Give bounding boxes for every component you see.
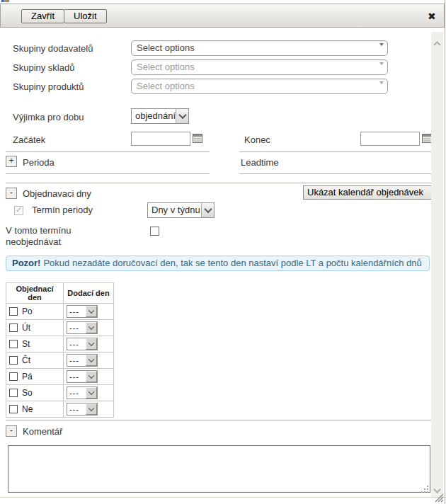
order-day-label: Čt [22, 355, 30, 365]
perioda-section: + Perioda [6, 151, 210, 174]
warning-text: Pokud nezadáte doručovací den, tak se te… [43, 258, 421, 268]
order-day-checkbox[interactable] [9, 389, 18, 397]
order-day-checkbox[interactable] [9, 356, 18, 365]
ordering-days-label: Objednavaci dny [23, 188, 91, 199]
chevron-down-icon [86, 387, 97, 399]
close-button[interactable]: Zavřít [21, 9, 64, 23]
expand-icon[interactable]: + [6, 156, 17, 167]
delivery-day-select[interactable]: --- [67, 321, 98, 334]
chevron-down-icon [86, 355, 97, 366]
delivery-day-select[interactable]: --- [67, 305, 98, 318]
chevron-down-icon [86, 306, 97, 317]
order-day-checkbox[interactable] [9, 405, 18, 413]
warning-bold: Pozor! [12, 258, 40, 268]
period-term-checkbox [14, 206, 23, 215]
collapse-icon[interactable]: - [6, 188, 17, 199]
delivery-day-select[interactable]: --- [67, 370, 98, 383]
order-day-label: So [22, 388, 33, 398]
order-day-checkbox[interactable] [9, 307, 18, 316]
vertical-scrollbar[interactable] [431, 32, 443, 497]
table-row: Čt --- [6, 353, 114, 369]
dialog-bottom-border [0, 497, 446, 498]
delivery-day-select[interactable]: --- [67, 386, 98, 399]
delivery-day-select[interactable]: --- [67, 354, 98, 367]
period-term-label: Termín periody [32, 205, 93, 216]
table-row: Ne --- [6, 401, 114, 418]
delivery-day-header: Dodací den [64, 283, 114, 304]
close-icon[interactable]: ✖ [428, 11, 440, 22]
order-day-checkbox[interactable] [9, 340, 18, 348]
warehouse-groups-select[interactable]: Select options [131, 59, 388, 75]
end-label: Konec [244, 134, 270, 146]
product-groups-label: Skupiny produktů [13, 81, 84, 93]
order-day-label: Út [22, 323, 30, 333]
product-groups-select[interactable]: Select options [131, 79, 388, 94]
supplier-groups-select[interactable]: Select options [131, 40, 388, 56]
show-order-calendar-button[interactable]: Ukázat kalendář objednávek [303, 185, 438, 200]
order-day-label: Po [22, 307, 33, 316]
dialog-right-border [445, 0, 445, 504]
chevron-down-icon [86, 403, 97, 415]
toolbar: Zavřít Uložit [0, 4, 445, 28]
warehouse-groups-label: Skupiny skladů [13, 62, 74, 74]
leadtime-label: Leadtime [241, 157, 278, 168]
exception-for-label: Výjimka pro dobu [13, 112, 84, 123]
start-label: Začátek [13, 134, 45, 146]
updown-icon [375, 83, 381, 94]
period-term-select[interactable]: Dny v týdnu [147, 202, 215, 218]
start-date-input[interactable] [131, 132, 190, 146]
chevron-down-icon [201, 203, 214, 217]
delivery-day-select[interactable]: --- [67, 403, 98, 416]
days-table-body: Po --- Út --- St [6, 304, 114, 418]
comment-textarea[interactable] [8, 445, 430, 493]
no-order-checkbox[interactable] [150, 227, 159, 236]
supplier-groups-label: Skupiny dodavatelů [13, 43, 93, 55]
order-day-header: Objednací den [6, 283, 64, 304]
chevron-up-icon[interactable] [433, 38, 441, 48]
order-day-label: St [22, 339, 30, 349]
updown-icon [375, 64, 381, 75]
leadtime-section: Leadtime [239, 151, 432, 174]
ordering-days-section: - Objednavaci dny Ukázat kalendář objedn… [6, 183, 432, 202]
save-button[interactable]: Uložit [64, 9, 107, 23]
exception-dialog: Zavřít Uložit ✖ Skupiny dodavatelů Selec… [0, 0, 446, 504]
chevron-down-icon [86, 338, 97, 350]
chevron-down-icon [86, 322, 97, 333]
calendar-icon[interactable] [193, 133, 203, 144]
chevron-down-icon [176, 109, 188, 123]
perioda-label: Perioda [23, 157, 55, 168]
textarea-resize-grip[interactable] [421, 486, 428, 493]
days-table: Objednací den Dodací den Po --- Út --- [6, 282, 114, 418]
order-day-label: Ne [22, 404, 33, 414]
chevron-down-icon [86, 371, 97, 382]
table-row: So --- [6, 385, 114, 401]
table-row: Po --- [6, 304, 114, 320]
background-fragment [1, 0, 9, 2]
window-resize-grip[interactable] [433, 492, 444, 504]
collapse-icon[interactable]: - [6, 425, 17, 437]
warning-banner: Pozor!Pokud nezadáte doručovací den, tak… [6, 256, 430, 271]
table-row: Út --- [6, 320, 114, 336]
table-row: Pá --- [6, 369, 114, 385]
order-day-checkbox[interactable] [9, 323, 18, 332]
order-day-label: Pá [22, 372, 33, 382]
comment-label: Komentář [23, 426, 62, 437]
delivery-day-select[interactable]: --- [67, 338, 98, 350]
end-date-input[interactable] [360, 132, 420, 146]
updown-icon [375, 45, 381, 56]
order-day-checkbox[interactable] [9, 372, 18, 381]
no-order-label: V tomto termínu neobjednávat [6, 225, 105, 248]
comment-section: - Komentář [6, 420, 432, 439]
exception-type-select[interactable]: objednání [131, 108, 189, 124]
table-row: St --- [6, 336, 114, 353]
